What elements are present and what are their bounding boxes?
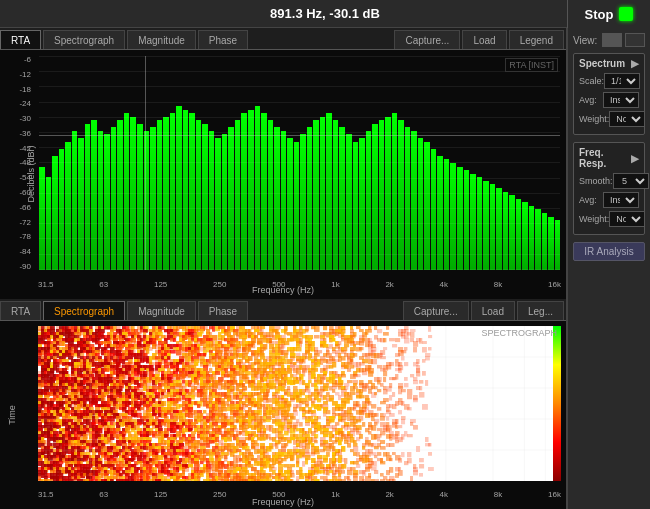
tab-phase-bottom[interactable]: Phase: [198, 301, 248, 320]
bar-35: [268, 120, 274, 270]
tab-load-top[interactable]: Load: [462, 30, 506, 49]
bar-39: [294, 142, 300, 270]
bar-45: [333, 120, 339, 270]
bar-19: [163, 117, 169, 270]
tab-load-bottom[interactable]: Load: [471, 301, 515, 320]
tab-rta-bottom[interactable]: RTA: [0, 301, 41, 320]
bar-3: [59, 149, 65, 270]
bar-55: [398, 120, 404, 270]
bar-2: [52, 156, 58, 270]
bar-52: [379, 120, 385, 270]
bar-17: [150, 127, 156, 270]
bar-58: [418, 138, 424, 270]
tab-capture-top[interactable]: Capture...: [394, 30, 460, 49]
bar-68: [483, 181, 489, 270]
spectrum-title-text: Spectrum: [579, 58, 625, 69]
bar-23: [189, 113, 195, 270]
bar-65: [464, 170, 470, 270]
bar-14: [130, 117, 136, 270]
bar-26: [209, 131, 215, 270]
bar-71: [503, 192, 509, 270]
x-label-5: 1k: [331, 280, 339, 289]
bar-13: [124, 113, 130, 270]
smooth-field: Smooth: 5 1 3 10: [579, 173, 639, 189]
x-label-3: 250: [213, 280, 226, 289]
bar-28: [222, 134, 228, 270]
bar-10: [104, 134, 110, 270]
tab-spectrograph-top[interactable]: Spectrograph: [43, 30, 125, 49]
bar-47: [346, 134, 352, 270]
x-label-b8: 8k: [494, 490, 502, 499]
y-label-7: -48: [3, 158, 31, 167]
bar-6: [78, 138, 84, 270]
tab-legend-top[interactable]: Legend: [509, 30, 564, 49]
bar-12: [117, 120, 123, 270]
stop-button[interactable]: Stop: [585, 7, 614, 22]
bar-73: [516, 199, 522, 270]
tab-magnitude-top[interactable]: Magnitude: [127, 30, 196, 49]
tab-capture-bottom[interactable]: Capture...: [403, 301, 469, 320]
y-label-2: -18: [3, 85, 31, 94]
x-label-b1: 63: [99, 490, 108, 499]
y-axis-label-bottom: Time: [7, 405, 17, 425]
bar-11: [111, 127, 117, 270]
scale-field: Scale: 1/12 1/6 1/3 1/1: [579, 73, 639, 89]
bar-18: [157, 120, 163, 270]
bar-79: [555, 220, 560, 270]
tab-rta-top[interactable]: RTA: [0, 30, 41, 49]
tab-spectrograph-bottom[interactable]: Spectrograph: [43, 301, 125, 320]
spectrum-section: Spectrum ▶ Scale: 1/12 1/6 1/3 1/1 Avg: …: [573, 53, 645, 135]
freq-avg-select[interactable]: Inst 2 4: [603, 192, 639, 208]
tab-phase-top[interactable]: Phase: [198, 30, 248, 49]
scale-select[interactable]: 1/12 1/6 1/3 1/1: [604, 73, 640, 89]
x-label-2: 125: [154, 280, 167, 289]
freq-weight-field: Weight: None A C: [579, 211, 639, 227]
freq-resp-section: Freq. Resp. ▶ Smooth: 5 1 3 10 Avg: Inst…: [573, 142, 645, 235]
tab-magnitude-bottom[interactable]: Magnitude: [127, 301, 196, 320]
y-label-3: -24: [3, 99, 31, 108]
avg-field: Avg: Inst 2 4 8: [579, 92, 639, 108]
bar-46: [339, 127, 345, 270]
bar-54: [392, 113, 398, 270]
bar-61: [437, 156, 443, 270]
bar-15: [137, 124, 143, 270]
bar-29: [228, 127, 234, 270]
bar-1: [46, 177, 52, 270]
smooth-select[interactable]: 5 1 3 10: [613, 173, 649, 189]
y-axis-labels: -6 -12 -18 -24 -30 -36 -42 -48 -54 -60 -…: [3, 55, 33, 271]
freq-resp-arrow-icon: ▶: [631, 153, 639, 164]
weight-select[interactable]: None A C: [609, 111, 645, 127]
x-label-b2: 125: [154, 490, 167, 499]
rta-graph: Decibels (dBr) -6 -12 -18 -24 -30 -36 -4…: [0, 50, 566, 299]
bar-50: [366, 131, 372, 270]
weight-field: Weight: None A C: [579, 111, 639, 127]
ir-analysis-button[interactable]: IR Analysis: [573, 242, 645, 261]
y-label-1: -12: [3, 70, 31, 79]
bar-31: [241, 113, 247, 270]
bar-64: [457, 167, 463, 270]
bar-9: [98, 131, 104, 270]
avg-select[interactable]: Inst 2 4 8: [603, 92, 639, 108]
y-label-6: -42: [3, 144, 31, 153]
x-label-6: 2k: [385, 280, 393, 289]
bar-51: [372, 124, 378, 270]
bar-5: [72, 131, 78, 270]
x-label-1: 63: [99, 280, 108, 289]
tab-leg-bottom[interactable]: Leg...: [517, 301, 564, 320]
spectrum-title: Spectrum ▶: [579, 58, 639, 69]
view-toggle-1[interactable]: [602, 33, 622, 47]
stop-area: Stop: [567, 0, 650, 28]
bar-0: [39, 167, 45, 270]
bar-30: [235, 120, 241, 270]
bar-56: [405, 127, 411, 270]
bar-41: [307, 127, 313, 270]
view-toggle-2[interactable]: [625, 33, 645, 47]
rta-tag: RTA [INST]: [505, 58, 558, 72]
y-label-10: -66: [3, 203, 31, 212]
freq-weight-select[interactable]: None A C: [609, 211, 645, 227]
x-label-9: 16k: [548, 280, 561, 289]
bar-34: [261, 113, 267, 270]
freq-resp-title: Freq. Resp. ▶: [579, 147, 639, 169]
x-label-b5: 1k: [331, 490, 339, 499]
y-label-14: -90: [3, 262, 31, 271]
